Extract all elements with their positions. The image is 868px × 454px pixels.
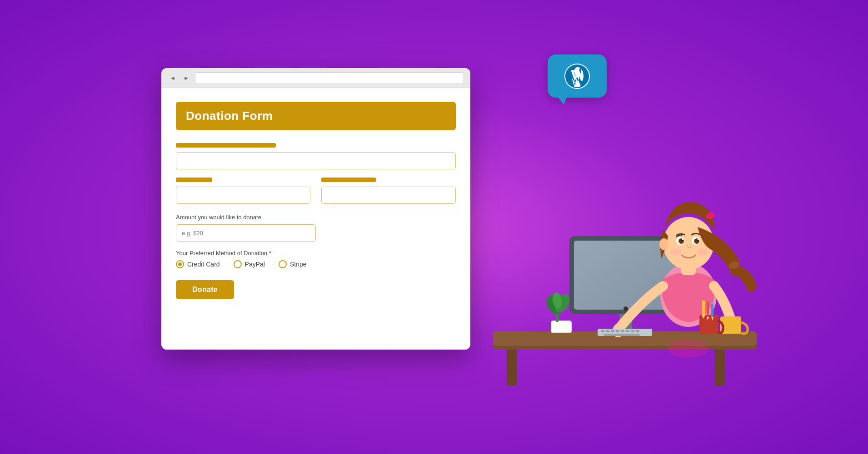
svg-point-31 — [698, 239, 699, 240]
field3-label-bar — [321, 178, 376, 182]
svg-rect-35 — [601, 330, 604, 332]
svg-rect-36 — [606, 330, 609, 332]
field-full-group — [176, 143, 456, 169]
svg-rect-42 — [636, 330, 639, 332]
svg-point-22 — [659, 238, 668, 250]
field3-group — [321, 178, 456, 204]
svg-rect-43 — [604, 334, 640, 336]
svg-rect-45 — [699, 315, 718, 334]
amount-group: Amount you would like to donate — [176, 214, 456, 242]
svg-rect-2 — [493, 346, 757, 350]
svg-rect-11 — [551, 321, 571, 333]
wordpress-bubble-shape — [548, 54, 607, 98]
field3-input[interactable] — [321, 187, 456, 204]
svg-point-33 — [697, 248, 708, 256]
payment-group: Your Preferred Method of Donation * Cred… — [176, 250, 456, 268]
radio-stripe[interactable]: Stripe — [279, 260, 307, 268]
field2-label-bar — [176, 178, 212, 182]
radio-circle-paypal — [234, 260, 242, 268]
svg-point-32 — [670, 248, 681, 256]
field1-input[interactable] — [176, 152, 456, 169]
svg-rect-49 — [707, 299, 709, 301]
field1-label-bar — [176, 143, 276, 148]
payment-required: * — [269, 250, 271, 257]
svg-rect-48 — [707, 301, 709, 317]
illustration — [470, 95, 761, 413]
svg-rect-46 — [702, 302, 705, 317]
radio-paypal[interactable]: PayPal — [234, 260, 265, 268]
two-col-fields — [176, 178, 456, 204]
browser-toolbar: ◄ ► — [161, 68, 470, 88]
svg-point-10 — [624, 306, 628, 311]
svg-rect-41 — [631, 330, 634, 332]
svg-rect-40 — [626, 330, 629, 332]
browser-forward-button[interactable]: ► — [181, 73, 191, 83]
radio-circle-stripe — [279, 260, 287, 268]
field2-input[interactable] — [176, 187, 310, 204]
field2-group — [176, 178, 310, 204]
svg-rect-50 — [711, 303, 713, 317]
donate-button[interactable]: Donate — [176, 280, 234, 299]
svg-rect-37 — [611, 330, 614, 332]
browser-back-button[interactable]: ◄ — [168, 73, 178, 83]
svg-rect-3 — [507, 350, 517, 386]
radio-circle-credit-card — [176, 260, 184, 268]
payment-label: Your Preferred Method of Donation * — [176, 250, 456, 257]
form-content: Donation Form Amount you wou — [161, 88, 470, 350]
radio-credit-card[interactable]: Credit Card — [176, 260, 220, 268]
radio-label-credit-card: Credit Card — [187, 261, 220, 268]
svg-point-27 — [682, 239, 683, 240]
amount-label: Amount you would like to donate — [176, 214, 456, 221]
wordpress-logo — [564, 63, 591, 90]
amount-input[interactable] — [176, 224, 316, 242]
form-title-bar: Donation Form — [176, 102, 456, 130]
radio-label-stripe: Stripe — [290, 261, 307, 268]
browser-address-bar[interactable] — [195, 72, 464, 84]
svg-rect-38 — [616, 330, 619, 332]
scene: ◄ ► Donation Form — [161, 41, 707, 413]
svg-rect-4 — [715, 350, 725, 386]
svg-rect-47 — [702, 301, 705, 303]
radio-label-paypal: PayPal — [245, 261, 265, 268]
browser-window: ◄ ► Donation Form — [161, 68, 470, 350]
form-title: Donation Form — [186, 109, 273, 123]
radio-group: Credit Card PayPal Stripe — [176, 260, 456, 268]
svg-rect-51 — [711, 301, 713, 304]
svg-rect-39 — [621, 330, 624, 332]
svg-point-52 — [668, 340, 708, 358]
